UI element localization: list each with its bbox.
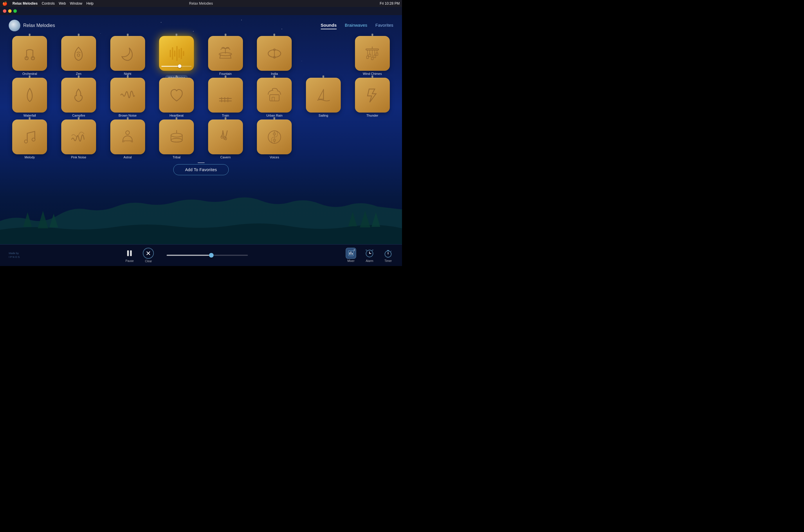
sound-brown-noise[interactable]: Brown Noise xyxy=(104,78,151,117)
sound-waterfall[interactable]: Waterfall xyxy=(6,78,54,117)
sound-melody[interactable]: Melody xyxy=(6,119,54,159)
sound-label-night: Night xyxy=(124,72,131,75)
sound-tile-astral[interactable] xyxy=(110,119,145,154)
sound-night[interactable]: Night xyxy=(104,36,151,75)
sound-label-train: Train xyxy=(222,114,229,117)
sound-label-fountain: Fountain xyxy=(219,72,232,75)
app-logo xyxy=(9,20,20,31)
volume-slider[interactable] xyxy=(161,64,191,69)
sound-cavern[interactable]: Cavern xyxy=(202,119,250,159)
svg-line-65 xyxy=(391,251,391,251)
web-menu[interactable]: Web xyxy=(59,1,66,5)
tile-pin xyxy=(78,34,79,36)
svg-point-40 xyxy=(126,131,129,134)
app-title: Relax Melodies xyxy=(23,23,55,28)
tile-pin xyxy=(225,117,226,119)
tile-pin xyxy=(176,117,177,119)
pagination xyxy=(0,163,402,163)
app-container: Relax Melodies Sounds Brainwaves Favorit… xyxy=(0,15,402,244)
sound-pink-noise[interactable]: Pink Noise xyxy=(55,119,103,159)
alarm-button[interactable]: Alarm xyxy=(364,248,375,263)
svg-rect-9 xyxy=(174,50,175,57)
sound-tile-train[interactable] xyxy=(208,78,243,113)
sound-tile-pink-noise[interactable] xyxy=(61,119,96,154)
svg-rect-7 xyxy=(169,50,171,57)
controls-right: 2 Mixer Alarm xyxy=(346,248,393,263)
sound-tile-cavern[interactable] xyxy=(208,119,243,154)
sound-tile-brown-noise[interactable] xyxy=(110,78,145,113)
sound-thunder[interactable]: Thunder xyxy=(348,78,396,117)
sound-label-campfire: Campfire xyxy=(72,114,85,117)
mixer-badge: 2 xyxy=(346,248,356,259)
sound-tile-tribal[interactable] xyxy=(159,119,194,154)
progress-thumb[interactable] xyxy=(209,253,214,258)
tab-favorites[interactable]: Favorites xyxy=(375,23,393,29)
sound-tile-thunder[interactable] xyxy=(355,78,390,113)
mixer-button[interactable]: 2 Mixer xyxy=(346,248,356,263)
sound-orchestral[interactable]: Orchestral xyxy=(6,36,54,75)
tile-pin xyxy=(371,34,373,36)
sound-tile-sailing[interactable] xyxy=(306,78,341,113)
mixer-label: Mixer xyxy=(347,259,354,263)
progress-slider[interactable] xyxy=(167,255,248,256)
sound-astral[interactable]: Astral xyxy=(104,119,151,159)
menu-bar-right: Fri 10:28 PM xyxy=(380,1,400,5)
sound-tile-white-noise[interactable] xyxy=(159,36,194,71)
sound-white-noise[interactable]: White Noise xyxy=(153,36,201,75)
timer-button[interactable]: Timer xyxy=(383,248,393,263)
sound-urban-rain[interactable]: Urban Rain xyxy=(251,78,298,117)
sound-tile-night[interactable] xyxy=(110,36,145,71)
sound-label-urban-rain: Urban Rain xyxy=(267,114,283,117)
sound-label-zen: Zen xyxy=(76,72,81,75)
sound-tile-heartbeat[interactable] xyxy=(159,78,194,113)
sound-tile-melody[interactable] xyxy=(12,119,47,154)
svg-rect-11 xyxy=(179,49,180,58)
sound-tile-zen[interactable] xyxy=(61,36,96,71)
sound-tile-india[interactable] xyxy=(257,36,292,71)
tab-brainwaves[interactable]: Brainwaves xyxy=(345,23,367,29)
window-menu[interactable]: Window xyxy=(70,1,83,5)
controls-menu[interactable]: Controls xyxy=(42,1,55,5)
sound-india[interactable]: India xyxy=(251,36,298,75)
sound-tile-voices[interactable] xyxy=(257,119,292,154)
app-menu-name[interactable]: Relax Melodies xyxy=(13,1,38,5)
svg-rect-37 xyxy=(272,97,275,101)
fullscreen-button[interactable] xyxy=(13,9,17,13)
sound-tile-orchestral[interactable] xyxy=(12,36,47,71)
tile-pin xyxy=(127,75,129,78)
sound-tile-wind-chimes[interactable] xyxy=(355,36,390,71)
sound-sailing[interactable]: Sailing xyxy=(299,78,347,117)
page-dot xyxy=(198,163,205,163)
sound-wind-chimes[interactable]: Wind Chimes xyxy=(348,36,396,75)
pause-button[interactable]: Pause xyxy=(124,248,135,263)
tile-pin xyxy=(29,75,31,78)
sound-tile-urban-rain[interactable] xyxy=(257,78,292,113)
alarm-icon xyxy=(364,248,375,259)
title-bar xyxy=(0,7,402,15)
svg-rect-10 xyxy=(176,46,177,61)
sound-voices[interactable]: Voices xyxy=(251,119,298,159)
tile-pin xyxy=(273,75,275,78)
svg-rect-28 xyxy=(371,57,373,60)
sound-tribal[interactable]: Tribal xyxy=(153,119,201,159)
clear-button[interactable]: Clear xyxy=(143,248,154,263)
apple-menu[interactable]: 🍎 xyxy=(2,1,7,6)
timer-icon xyxy=(383,248,393,259)
sound-heartbeat[interactable]: Heartbeat xyxy=(153,78,201,117)
svg-rect-50 xyxy=(127,250,129,256)
sound-tile-waterfall[interactable] xyxy=(12,78,47,113)
minimize-button[interactable] xyxy=(8,9,12,13)
tab-sounds[interactable]: Sounds xyxy=(321,23,337,29)
sound-zen[interactable]: Zen xyxy=(55,36,103,75)
sound-fountain[interactable]: Fountain xyxy=(202,36,250,75)
sound-label-orchestral: Orchestral xyxy=(22,72,37,75)
close-button[interactable] xyxy=(3,9,6,13)
pink-noise-icon xyxy=(69,128,88,147)
svg-rect-29 xyxy=(374,55,376,57)
add-to-favorites-button[interactable]: Add To Favorites xyxy=(173,164,229,175)
sound-tile-campfire[interactable] xyxy=(61,78,96,113)
sound-tile-fountain[interactable] xyxy=(208,36,243,71)
help-menu[interactable]: Help xyxy=(87,1,94,5)
sound-train[interactable]: Train xyxy=(202,78,250,117)
sound-campfire[interactable]: Campfire xyxy=(55,78,103,117)
